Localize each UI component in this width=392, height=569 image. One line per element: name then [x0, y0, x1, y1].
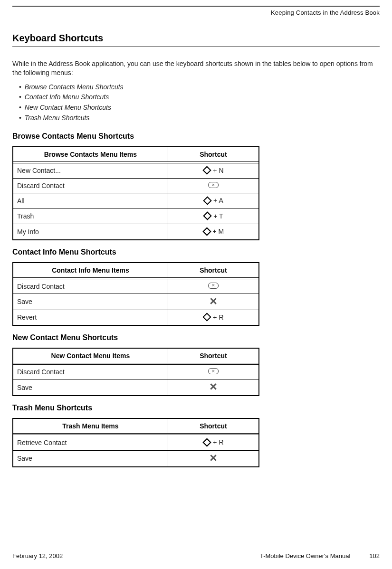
shortcut-cell [168, 294, 259, 310]
table-heading: Browse Contacts Menu Shortcuts [12, 132, 380, 141]
shortcut-cell: + T [168, 209, 259, 224]
menu-key-icon [203, 211, 212, 220]
close-key-icon [210, 297, 217, 305]
menu-key-icon [203, 313, 211, 321]
list-item: New Contact Menu Shortcuts [19, 103, 380, 113]
shortcut-table: Browse Contacts Menu ItemsShortcut New C… [12, 146, 259, 240]
menu-item-cell: Discard Contact [13, 279, 168, 294]
breadcrumb: Keeping Contacts in the Address Book [0, 7, 392, 16]
shortcut-suffix: + A [213, 197, 223, 204]
column-header: Contact Info Menu Items [13, 263, 168, 278]
shortcut-cell: + R [168, 310, 259, 325]
menu-item-cell: Discard Contact [13, 365, 168, 379]
page-title: Keyboard Shortcuts [12, 33, 380, 47]
menu-item-cell: Save [13, 450, 168, 467]
shortcut-cell [168, 450, 259, 467]
menu-item-cell: All [13, 193, 168, 209]
shortcut-cell: + N [168, 163, 259, 179]
table-row: Discard Contact [13, 279, 259, 294]
shortcut-table: New Contact Menu ItemsShortcut Discard C… [12, 348, 259, 396]
column-header: Shortcut [168, 418, 259, 434]
table-heading: Contact Info Menu Shortcuts [12, 248, 380, 256]
column-header: New Contact Menu Items [13, 348, 168, 363]
shortcut-suffix: + T [213, 212, 223, 220]
table-row: Save [13, 294, 259, 310]
list-item: Trash Menu Shortcuts [19, 113, 380, 123]
menu-item-cell: Save [13, 294, 168, 310]
table-heading: New Contact Menu Shortcuts [12, 333, 380, 342]
menu-item-cell: Discard Contact [13, 179, 168, 193]
table-row: Retrieve Contact + R [13, 435, 259, 451]
shortcut-table: Trash Menu ItemsShortcut Retrieve Contac… [12, 418, 259, 467]
menu-item-cell: Save [13, 379, 168, 396]
table-row: Discard Contact [13, 179, 259, 193]
column-header: Shortcut [168, 147, 259, 162]
menu-list: Browse Contacts Menu Shortcuts Contact I… [12, 82, 380, 123]
column-header: Shortcut [168, 348, 259, 363]
shortcut-cell: + M [168, 224, 259, 240]
shortcut-suffix: + R [213, 438, 223, 446]
footer: February 12, 2002 T-Mobile Device Owner'… [12, 552, 380, 560]
table-row: Trash + T [13, 209, 259, 224]
shortcut-cell [168, 365, 259, 379]
delete-key-icon [208, 283, 219, 289]
menu-item-cell: Trash [13, 209, 168, 224]
menu-key-icon [203, 196, 211, 205]
delete-key-icon [208, 182, 219, 188]
menu-key-icon [203, 438, 211, 446]
shortcut-cell: + R [168, 435, 259, 451]
footer-page: 102 [369, 552, 380, 560]
table-row: New Contact... + N [13, 163, 259, 179]
shortcut-cell [168, 379, 259, 396]
shortcut-cell [168, 279, 259, 294]
shortcut-suffix: + R [213, 313, 223, 321]
menu-key-icon [203, 166, 211, 174]
table-row: Save [13, 450, 259, 467]
menu-item-cell: Revert [13, 310, 168, 325]
menu-key-icon [202, 227, 211, 236]
menu-item-cell: New Contact... [13, 163, 168, 179]
menu-item-cell: Retrieve Contact [13, 435, 168, 451]
table-row: My Info + M [13, 224, 259, 240]
table-heading: Trash Menu Shortcuts [12, 404, 380, 412]
column-header: Shortcut [168, 263, 259, 278]
shortcut-suffix: + N [213, 167, 223, 174]
shortcut-suffix: + M [213, 228, 224, 235]
close-key-icon [210, 454, 217, 462]
table-row: Discard Contact [13, 365, 259, 379]
page-content: Keyboard Shortcuts While in the Address … [0, 16, 392, 467]
table-row: Save [13, 379, 259, 396]
intro-text: While in the Address Book application, y… [12, 59, 380, 77]
table-row: Revert + R [13, 310, 259, 325]
shortcut-table: Contact Info Menu ItemsShortcut Discard … [12, 262, 259, 326]
footer-manual: T-Mobile Device Owner's Manual [260, 552, 350, 560]
table-row: All + A [13, 193, 259, 209]
list-item: Contact Info Menu Shortcuts [19, 92, 380, 103]
close-key-icon [210, 383, 217, 390]
shortcut-cell [168, 179, 259, 193]
footer-date: February 12, 2002 [12, 552, 63, 560]
column-header: Browse Contacts Menu Items [13, 147, 168, 162]
menu-item-cell: My Info [13, 224, 168, 240]
list-item: Browse Contacts Menu Shortcuts [19, 82, 380, 93]
column-header: Trash Menu Items [13, 418, 168, 434]
shortcut-cell: + A [168, 193, 259, 209]
delete-key-icon [208, 368, 219, 374]
